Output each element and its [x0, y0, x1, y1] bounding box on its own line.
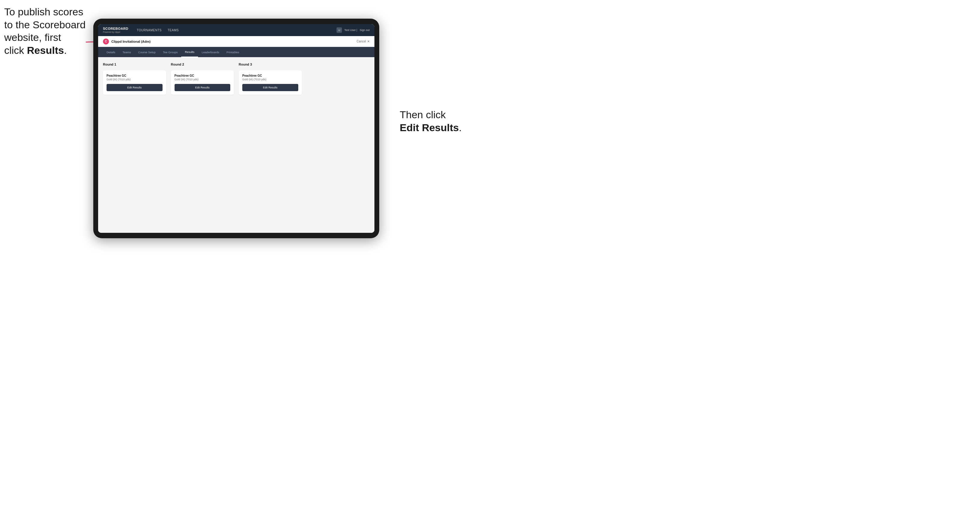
- user-avatar: U: [337, 27, 342, 33]
- logo-area: SCOREBOARD Powered by clippd: [103, 27, 128, 33]
- tablet-frame: SCOREBOARD Powered by clippd TOURNAMENTS…: [93, 19, 379, 238]
- round-3-course: Peachtree GC: [242, 74, 298, 77]
- user-name: Test User |: [344, 29, 357, 32]
- main-content: Round 1 Peachtree GC Gold (M) (7010 yds)…: [98, 57, 374, 233]
- round-3-label: Round 3: [239, 63, 302, 66]
- round-1-details: Gold (M) (7010 yds): [107, 78, 162, 81]
- tournament-title: Clippd Invitational (Adm): [111, 40, 151, 43]
- tab-tee-groups[interactable]: Tee Groups: [159, 47, 181, 57]
- round-4-column: [307, 63, 370, 95]
- tournament-title-area: C Clippd Invitational (Adm): [103, 38, 151, 44]
- round-2-course: Peachtree GC: [175, 74, 231, 77]
- instruction-right: Then click Edit Results.: [400, 108, 481, 134]
- nav-teams[interactable]: TEAMS: [168, 27, 179, 33]
- round-3-column: Round 3 Peachtree GC Gold (M) (7010 yds)…: [239, 63, 302, 95]
- sign-out-link[interactable]: Sign out: [360, 29, 370, 32]
- round-2-label: Round 2: [171, 63, 234, 66]
- edit-results-button-1[interactable]: Edit Results: [107, 84, 162, 91]
- round-3-details: Gold (M) (7010 yds): [242, 78, 298, 81]
- round-1-column: Round 1 Peachtree GC Gold (M) (7010 yds)…: [103, 63, 166, 95]
- round-1-card: Peachtree GC Gold (M) (7010 yds) Edit Re…: [103, 70, 166, 95]
- round-2-column: Round 2 Peachtree GC Gold (M) (7010 yds)…: [171, 63, 234, 95]
- round-2-card: Peachtree GC Gold (M) (7010 yds) Edit Re…: [171, 70, 234, 95]
- header-right: U Test User | Sign out: [337, 27, 370, 33]
- tab-leaderboards[interactable]: Leaderboards: [198, 47, 223, 57]
- tournament-logo: C: [103, 38, 109, 44]
- round-3-card: Peachtree GC Gold (M) (7010 yds) Edit Re…: [239, 70, 302, 95]
- nav-links: TOURNAMENTS TEAMS: [137, 27, 337, 33]
- tab-bar: Details Teams Course Setup Tee Groups Re…: [98, 47, 374, 57]
- edit-results-button-3[interactable]: Edit Results: [242, 84, 298, 91]
- round-1-course: Peachtree GC: [107, 74, 162, 77]
- rounds-grid: Round 1 Peachtree GC Gold (M) (7010 yds)…: [103, 63, 370, 95]
- edit-results-button-2[interactable]: Edit Results: [175, 84, 231, 91]
- round-2-details: Gold (M) (7010 yds): [175, 78, 231, 81]
- cancel-button[interactable]: Cancel ✕: [357, 40, 370, 43]
- tab-course-setup[interactable]: Course Setup: [135, 47, 159, 57]
- logo-sub: Powered by clippd: [103, 31, 128, 33]
- app-header: SCOREBOARD Powered by clippd TOURNAMENTS…: [98, 24, 374, 36]
- tab-printables[interactable]: Printables: [223, 47, 243, 57]
- instruction-left: To publish scores to the Scoreboard webs…: [4, 5, 92, 57]
- round-1-label: Round 1: [103, 63, 166, 66]
- tab-results[interactable]: Results: [181, 47, 198, 57]
- tab-details[interactable]: Details: [103, 47, 119, 57]
- tab-teams[interactable]: Teams: [119, 47, 135, 57]
- nav-tournaments[interactable]: TOURNAMENTS: [137, 27, 162, 33]
- tablet-screen: SCOREBOARD Powered by clippd TOURNAMENTS…: [98, 24, 374, 233]
- logo-text: SCOREBOARD: [103, 27, 128, 30]
- tournament-header: C Clippd Invitational (Adm) Cancel ✕: [98, 36, 374, 47]
